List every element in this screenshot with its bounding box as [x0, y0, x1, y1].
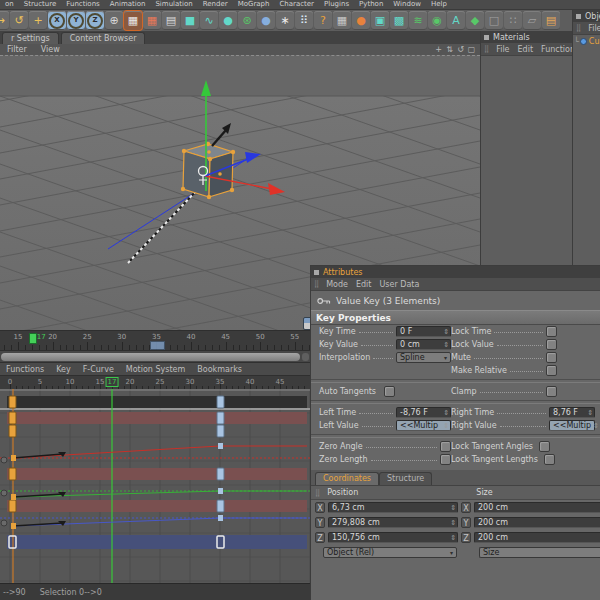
- spinner-icon[interactable]: ⇕: [443, 327, 449, 337]
- crystal-icon[interactable]: ◆: [466, 11, 484, 30]
- menu-item-structure[interactable]: Structure: [19, 0, 62, 9]
- menu-item-edit[interactable]: Edit: [518, 45, 534, 54]
- menu-item-python[interactable]: Python: [354, 0, 388, 9]
- spinner-icon[interactable]: ⇕: [450, 503, 456, 513]
- size-x-field[interactable]: 200 cm: [474, 502, 600, 513]
- fcurve-menu-motion-system[interactable]: Motion System: [120, 365, 192, 374]
- menu-item-help[interactable]: Help: [426, 0, 452, 9]
- zoom-view-icon[interactable]: ⇅: [445, 45, 454, 54]
- spinner-icon[interactable]: ⇕: [587, 408, 593, 418]
- size-z-field[interactable]: 200 cm: [474, 532, 600, 543]
- menu-item-window[interactable]: Window: [388, 0, 426, 9]
- position-x-field[interactable]: 6,73 cm⇕: [328, 502, 458, 513]
- key-value-field[interactable]: 0 cm⇕: [396, 339, 451, 350]
- menu-item-mode[interactable]: Mode: [326, 280, 348, 289]
- cube-box-icon[interactable]: ▣: [371, 11, 389, 30]
- lock-time-checkbox[interactable]: [546, 326, 557, 337]
- menu-item-character[interactable]: Character: [274, 0, 319, 9]
- viewport-menu-filter[interactable]: Filter: [0, 45, 34, 54]
- gear-icon[interactable]: ⊛: [238, 11, 256, 30]
- lock-value-checkbox[interactable]: [546, 339, 557, 350]
- scale-tool-icon[interactable]: ↔: [0, 11, 9, 30]
- right-time-field[interactable]: 8,76 F⇕: [549, 407, 595, 418]
- render-view-icon[interactable]: ▦: [124, 11, 142, 30]
- zero-angle-checkbox[interactable]: [440, 441, 451, 452]
- coordinate-system-icon[interactable]: ⊕: [105, 11, 123, 30]
- help-cursor-icon[interactable]: ?: [314, 11, 332, 30]
- lock-tangent-lengths-checkbox[interactable]: [544, 454, 555, 465]
- objects-title-bar[interactable]: Objects: [573, 10, 600, 22]
- clamp-checkbox[interactable]: [546, 386, 557, 397]
- field-icon[interactable]: ◉: [428, 11, 446, 30]
- lock-y-axis-icon[interactable]: Y: [67, 11, 85, 30]
- sphere-orange-icon[interactable]: ●: [352, 11, 370, 30]
- interpolation-dropdown[interactable]: Spline▾: [396, 352, 451, 363]
- make-relative-checkbox[interactable]: [546, 365, 557, 376]
- materials-title-bar[interactable]: Materials: [481, 31, 572, 43]
- auto-tangents-checkbox[interactable]: [384, 386, 395, 397]
- capsule-icon[interactable]: ●: [257, 11, 275, 30]
- spinner-icon[interactable]: ⇕: [450, 533, 456, 543]
- spinner-icon[interactable]: ⇕: [450, 518, 456, 528]
- scrollbar-thumb[interactable]: [1, 353, 300, 361]
- spinner-icon[interactable]: ⇕: [443, 340, 449, 350]
- grip-icon[interactable]: ⣿: [576, 24, 580, 32]
- starburst-icon[interactable]: ∗: [276, 11, 294, 30]
- tab-structure[interactable]: Structure: [379, 472, 432, 485]
- fcurve-menu-functions[interactable]: Functions: [0, 365, 50, 374]
- lock-tangent-angles-checkbox[interactable]: [539, 441, 550, 452]
- menu-item-render[interactable]: Render: [198, 0, 233, 9]
- mute-checkbox[interactable]: [546, 352, 557, 363]
- dock-tab-content-browser[interactable]: Content Browser: [61, 32, 146, 44]
- menu-item-simulation[interactable]: Simulation: [150, 0, 197, 9]
- menu-item-edit[interactable]: Edit: [356, 280, 372, 289]
- grip-icon[interactable]: ⣿: [315, 489, 319, 497]
- maximize-view-icon[interactable]: ▢: [467, 45, 476, 54]
- menu-item-plugins[interactable]: Plugins: [319, 0, 354, 9]
- pan-view-icon[interactable]: +: [434, 45, 443, 54]
- menu-item-mograph[interactable]: MoGraph: [233, 0, 275, 9]
- menu-item-user-data[interactable]: User Data: [379, 280, 419, 289]
- main-timeline-ruler[interactable]: 15202530354045505517: [0, 330, 310, 351]
- fcurve-menu-f-curve[interactable]: F-Curve: [77, 365, 120, 374]
- object-tree-item-cube[interactable]: └ Cube: [573, 35, 600, 47]
- size-y-field[interactable]: 200 cm: [474, 517, 600, 528]
- text-tool-icon[interactable]: A: [447, 11, 465, 30]
- spline-pen-icon[interactable]: ∿: [200, 11, 218, 30]
- sphere-points-icon[interactable]: ●: [219, 11, 237, 30]
- menu-item-file[interactable]: File: [496, 45, 509, 54]
- preview-marker[interactable]: [150, 341, 165, 350]
- menu-item-file[interactable]: File: [588, 24, 600, 33]
- size-mode-dropdown[interactable]: Size: [479, 547, 600, 558]
- primitive-cube-icon[interactable]: ■: [181, 11, 199, 30]
- left-value-field[interactable]: <<Multip⇕: [396, 420, 451, 431]
- dock-tab-r-settings[interactable]: r Settings: [2, 32, 59, 44]
- fcurve-graph[interactable]: [0, 389, 310, 583]
- viewport-menu-view[interactable]: View: [34, 45, 67, 54]
- deformer-icon[interactable]: ≋: [409, 11, 427, 30]
- render-settings-icon[interactable]: ▦: [143, 11, 161, 30]
- scrollbar-nub[interactable]: [302, 353, 309, 361]
- move-tool-icon[interactable]: +: [29, 11, 47, 30]
- menu-item-on[interactable]: on: [0, 0, 19, 9]
- tab-coordinates[interactable]: Coordinates: [315, 472, 379, 485]
- render-queue-icon[interactable]: ▤: [162, 11, 180, 30]
- current-frame-marker[interactable]: [29, 333, 37, 344]
- marquee-dots-icon[interactable]: ⠿: [295, 11, 313, 30]
- right-value-field[interactable]: <<Multip⇕: [549, 420, 595, 431]
- lock-z-axis-icon[interactable]: Z: [86, 11, 104, 30]
- grip-icon[interactable]: ⣿: [484, 45, 488, 53]
- menu-item-animation[interactable]: Animation: [105, 0, 151, 9]
- layer-tag-icon[interactable]: ▤: [542, 11, 560, 30]
- coordinate-mode-dropdown[interactable]: Object (Rel)▾: [323, 547, 457, 558]
- wire-cube-icon[interactable]: □: [485, 11, 503, 30]
- left-time-field[interactable]: -8,76 F⇕: [396, 407, 451, 418]
- lock-x-axis-icon[interactable]: X: [48, 11, 66, 30]
- rotate-tool-icon[interactable]: ↺: [10, 11, 28, 30]
- fcurve-menu-bookmarks[interactable]: Bookmarks: [191, 365, 248, 374]
- rotate-view-icon[interactable]: ↺: [456, 45, 465, 54]
- command-table-icon[interactable]: ▦: [333, 11, 351, 30]
- materials-body[interactable]: [481, 56, 572, 266]
- fcurve-ruler[interactable]: 05101520253035404517: [0, 375, 310, 390]
- attributes-title-bar[interactable]: Attributes: [311, 266, 600, 278]
